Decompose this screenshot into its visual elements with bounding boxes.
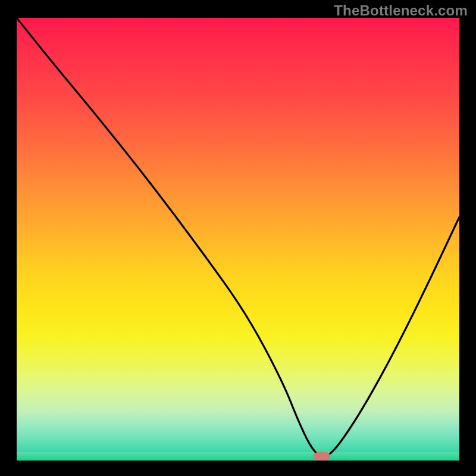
- plot-area: [17, 18, 459, 461]
- curve-svg: [17, 18, 459, 461]
- optimal-point-marker: [314, 452, 330, 461]
- bottleneck-curve-path: [17, 18, 459, 457]
- chart-frame: TheBottleneck.com: [0, 0, 476, 476]
- watermark-text: TheBottleneck.com: [334, 2, 468, 19]
